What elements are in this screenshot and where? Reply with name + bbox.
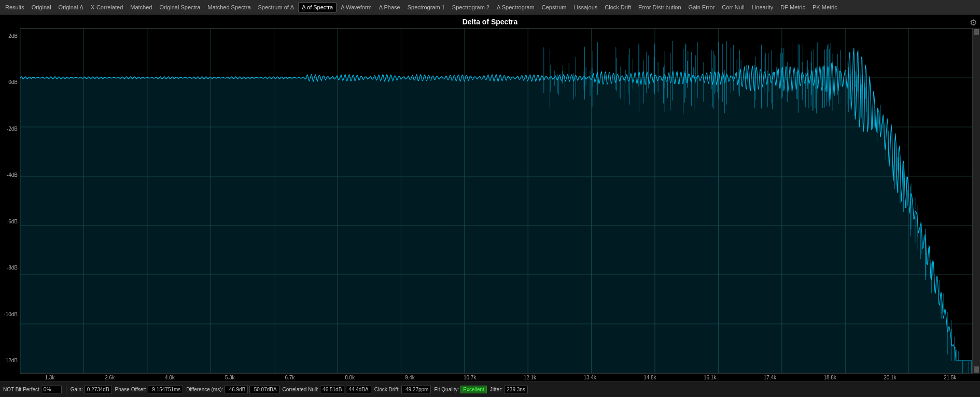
x-axis-label: 1.3k [20, 375, 80, 380]
nav-item-clock-drift[interactable]: Clock Drift [601, 3, 634, 12]
x-axis-label: 20.1k [860, 375, 920, 380]
clock-drift-label: Clock Drift: [374, 387, 400, 392]
fit-quality-label: Fit Quality: [434, 387, 459, 392]
chart-container: Delta of Spectra 2dB0dB-2dB-4dB-6dB-8dB-… [0, 15, 980, 381]
phase-offset-label: Phase Offset: [115, 387, 146, 392]
spectrum-chart-svg [20, 29, 972, 373]
nav-item-results[interactable]: Results [2, 3, 27, 12]
fit-quality-status: Fit Quality: Excellent [434, 386, 486, 393]
clock-drift-status: Clock Drift: -49.27ppm [374, 386, 431, 393]
nav-item-x-correlated[interactable]: X-Correlated [88, 3, 126, 12]
nav-item-spectrum-of-δ[interactable]: Spectrum of Δ [255, 3, 298, 12]
x-axis-label: 17.4k [740, 375, 800, 380]
settings-button[interactable]: ⚙ [970, 18, 977, 27]
chart-area: 2dB0dB-2dB-4dB-6dB-8dB-10dB-12dB [0, 28, 980, 374]
corr-null-value: 46.51dB [320, 386, 344, 393]
nav-item-spectrogram-2[interactable]: Spectrogram 2 [449, 3, 493, 12]
gain-value: 0.2734dB [85, 386, 112, 393]
x-axis-label: 14.8k [620, 375, 680, 380]
fit-quality-value: Excellent [460, 386, 487, 393]
jitter-value: 239.3ns [504, 386, 528, 393]
phase-offset-status: Phase Offset: -9.154751ms [115, 386, 184, 393]
x-axis-label: 2.6k [80, 375, 140, 380]
nav-item-δ-waveform[interactable]: Δ Waveform [338, 3, 375, 12]
corr-null-dba: 44.4dBA [346, 386, 371, 393]
x-axis-label: 18.8k [800, 375, 860, 380]
nav-item-pk-metric[interactable]: PK Metric [809, 3, 841, 12]
bit-perfect-value: 0% [41, 386, 62, 393]
y-axis-label: -6dB [7, 219, 18, 224]
nav-item-df-metric[interactable]: DF Metric [777, 3, 808, 12]
nav-item-spectrogram-1[interactable]: Spectrogram 1 [404, 3, 448, 12]
x-axis-label: 21.5k [920, 375, 980, 380]
corr-null-status: Correlated Null: 46.51dB 44.4dBA [283, 386, 371, 393]
right-scrollbar[interactable] [973, 28, 980, 374]
y-axis-label: 2dB [8, 33, 18, 39]
nav-item-δ-phase[interactable]: Δ Phase [376, 3, 403, 12]
y-axis-label: 0dB [8, 79, 18, 85]
x-axis-label: 4.0k [140, 375, 200, 380]
nav-item-original[interactable]: Original [29, 3, 54, 12]
y-axis-label: -4dB [7, 172, 18, 178]
difference-db-value: -46.9dB [225, 386, 248, 393]
x-axis-label: 12.1k [500, 375, 560, 380]
y-axis-label: -8dB [7, 265, 18, 271]
status-bar: NOT Bit Perfect 0% Gain: 0.2734dB Phase … [0, 381, 980, 397]
jitter-status: Jitter: 239.3ns [490, 386, 528, 393]
gain-status: Gain: 0.2734dB [71, 386, 112, 393]
nav-item-δ-spectrogram[interactable]: Δ Spectrogram [494, 3, 538, 12]
phase-offset-value: -9.154751ms [148, 386, 183, 393]
difference-label: Difference (ms): [186, 387, 223, 392]
difference-status: Difference (ms): -46.9dB -50.07dBA [186, 386, 279, 393]
top-navigation: ResultsOriginalOriginal ΔX-CorrelatedMat… [0, 0, 980, 15]
x-axis-label: 13.4k [560, 375, 620, 380]
chart-plot-area [20, 28, 973, 374]
nav-item-original-spectra[interactable]: Original Spectra [156, 3, 203, 12]
nav-item-cepstrum[interactable]: Cepstrum [539, 3, 570, 12]
jitter-label: Jitter: [490, 387, 502, 392]
bit-perfect-status: NOT Bit Perfect 0% [3, 386, 62, 393]
nav-item-δ-of-spectra[interactable]: Δ of Spectra [298, 2, 337, 12]
nav-item-original-δ[interactable]: Original Δ [55, 3, 87, 12]
y-axis-label: -10dB [4, 311, 18, 317]
separator-1 [66, 385, 66, 394]
x-axis-label: 9.4k [380, 375, 440, 380]
nav-item-matched[interactable]: Matched [127, 3, 155, 12]
nav-item-matched-spectra[interactable]: Matched Spectra [204, 3, 254, 12]
x-axis: 1.3k2.6k4.0k5.3k6.7k8.0k9.4k10.7k12.1k13… [0, 374, 980, 381]
clock-drift-value: -49.27ppm [401, 386, 431, 393]
x-axis-label: 8.0k [320, 375, 380, 380]
y-axis: 2dB0dB-2dB-4dB-6dB-8dB-10dB-12dB [0, 28, 20, 374]
x-axis-label: 10.7k [440, 375, 500, 380]
corr-null-label: Correlated Null: [283, 387, 318, 392]
bit-perfect-label: NOT Bit Perfect [3, 387, 39, 392]
x-axis-label: 16.1k [680, 375, 740, 380]
nav-item-gain-error[interactable]: Gain Error [685, 3, 718, 12]
nav-item-linearity[interactable]: Linearity [749, 3, 777, 12]
difference-dba-value: -50.07dBA [249, 386, 279, 393]
gain-label: Gain: [71, 387, 83, 392]
x-axis-label: 5.3k [200, 375, 260, 380]
x-axis-label: 6.7k [260, 375, 320, 380]
nav-item-corr-null[interactable]: Corr Null [719, 3, 747, 12]
nav-item-error-distribution[interactable]: Error Distribution [635, 3, 684, 12]
nav-item-lissajous[interactable]: Lissajous [570, 3, 600, 12]
chart-title: Delta of Spectra [0, 15, 980, 28]
y-axis-label: -2dB [7, 126, 18, 132]
y-axis-label: -12dB [4, 358, 18, 363]
